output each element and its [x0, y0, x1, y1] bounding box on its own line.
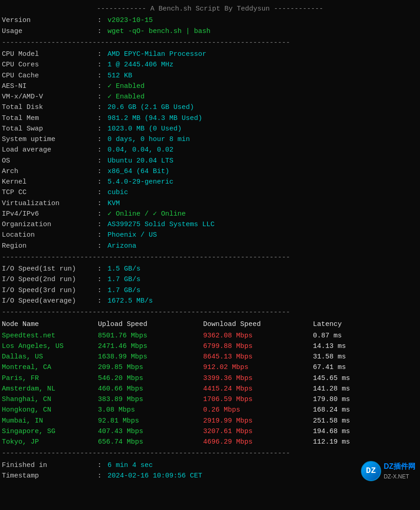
- timestamp-value: 2024-02-16 10:09:56 CET: [108, 471, 202, 481]
- net-latency: 145.65 ms: [313, 373, 368, 384]
- sysinfo-row: Location : Phoenix / US: [2, 230, 418, 240]
- net-upload: 383.89 Mbps: [98, 394, 203, 405]
- io-label: I/O Speed(2nd run): [2, 274, 93, 285]
- net-download: 4696.29 Mbps: [203, 437, 313, 447]
- net-upload: 1638.99 Mbps: [98, 352, 203, 362]
- net-node: Paris, FR: [2, 373, 98, 384]
- io-label: I/O Speed(3rd run): [2, 285, 93, 296]
- sysinfo-row: System uptime : 0 days, 0 hour 8 min: [2, 134, 418, 145]
- logo-domain: DZ-X.NET: [384, 472, 415, 481]
- net-node: Dallas, US: [2, 352, 98, 362]
- net-latency: 168.24 ms: [313, 405, 368, 415]
- logo-box: DZ DZ插件网 DZ-X.NET: [361, 461, 418, 481]
- io-value: 1.7 GB/s: [108, 285, 140, 296]
- io-row: I/O Speed(2nd run) : 1.7 GB/s: [2, 274, 418, 285]
- field-label: TCP CC: [2, 187, 93, 198]
- sysinfo-row: Arch : x86_64 (64 Bit): [2, 166, 418, 177]
- field-value: ✓ Online / ✓ Online: [108, 209, 186, 219]
- field-value: AS399275 Solid Systems LLC: [108, 219, 215, 230]
- net-download: 2919.99 Mbps: [203, 416, 313, 426]
- sysinfo-row: Kernel : 5.4.0-29-generic: [2, 177, 418, 187]
- network-row: Singapore, SG407.43 Mbps3207.61 Mbps194.…: [2, 426, 418, 437]
- net-node: Montreal, CA: [2, 362, 98, 373]
- network-row: Paris, FR546.20 Mbps3399.36 Mbps145.65 m…: [2, 373, 418, 384]
- sysinfo-row: OS : Ubuntu 20.04 LTS: [2, 156, 418, 166]
- net-latency: 0.87 ms: [313, 331, 368, 341]
- logo-site-name: DZ插件网: [384, 461, 415, 472]
- field-value: ✓ Enabled: [108, 81, 145, 92]
- field-value: 0.04, 0.04, 0.02: [108, 145, 173, 155]
- field-label: System uptime: [2, 134, 93, 145]
- sysinfo-row: TCP CC : cubic: [2, 187, 418, 198]
- version-value: v2023-10-15: [108, 15, 153, 26]
- col-header-node: Node Name: [2, 319, 98, 330]
- timestamp-row: Timestamp : 2024-02-16 10:09:56 CET: [2, 471, 361, 481]
- net-node: Tokyo, JP: [2, 437, 98, 447]
- net-node: Speedtest.net: [2, 331, 98, 341]
- net-download: 9362.08 Mbps: [203, 331, 313, 341]
- sysinfo-row: Organization : AS399275 Solid Systems LL…: [2, 219, 418, 230]
- timestamp-label: Timestamp: [2, 471, 93, 481]
- sysinfo-row: CPU Cores : 1 @ 2445.406 MHz: [2, 60, 418, 70]
- net-upload: 460.66 Mbps: [98, 384, 203, 394]
- field-label: Total Mem: [2, 113, 93, 124]
- field-value: AMD EPYC-Milan Processor: [108, 49, 206, 60]
- field-value: 5.4.0-29-generic: [108, 177, 173, 187]
- network-row: Los Angeles, US2471.46 Mbps6799.88 Mbps1…: [2, 341, 418, 352]
- footer-left: Finished in : 6 min 4 sec Timestamp : 20…: [2, 460, 361, 482]
- field-value: Arizona: [108, 241, 136, 251]
- divider-3: ----------------------------------------…: [2, 306, 418, 319]
- sysinfo-row: Virtualization : KVM: [2, 198, 418, 209]
- sysinfo-row: IPv4/IPv6 : ✓ Online / ✓ Online: [2, 209, 418, 219]
- net-download: 912.02 Mbps: [203, 362, 313, 373]
- network-row: Amsterdam, NL460.66 Mbps4415.24 Mbps141.…: [2, 384, 418, 394]
- field-label: Region: [2, 241, 93, 251]
- field-value: KVM: [108, 198, 120, 209]
- sysinfo-row: AES-NI : ✓ Enabled: [2, 81, 418, 92]
- title-text: ------------ A Bench.sh Script By Teddys…: [97, 5, 323, 13]
- io-section: I/O Speed(1st run) : 1.5 GB/sI/O Speed(2…: [2, 264, 418, 306]
- field-label: CPU Cores: [2, 60, 93, 70]
- io-value: 1672.5 MB/s: [108, 296, 153, 306]
- net-upload: 546.20 Mbps: [98, 373, 203, 384]
- sysinfo-row: Load average : 0.04, 0.04, 0.02: [2, 145, 418, 155]
- net-node: Amsterdam, NL: [2, 384, 98, 394]
- net-upload: 8501.76 Mbps: [98, 331, 203, 341]
- finished-value: 6 min 4 sec: [108, 460, 153, 471]
- net-latency: 251.58 ms: [313, 416, 368, 426]
- net-download: 3399.36 Mbps: [203, 373, 313, 384]
- net-node: Los Angeles, US: [2, 341, 98, 352]
- usage-label: Usage: [2, 26, 93, 37]
- network-header: Node Name Upload Speed Download Speed La…: [2, 319, 418, 330]
- field-value: Phoenix / US: [108, 230, 157, 240]
- field-label: Kernel: [2, 177, 93, 187]
- sysinfo-row: CPU Model : AMD EPYC-Milan Processor: [2, 49, 418, 60]
- net-latency: 141.28 ms: [313, 384, 368, 394]
- field-label: Total Swap: [2, 124, 93, 134]
- net-latency: 31.58 ms: [313, 352, 368, 362]
- io-value: 1.5 GB/s: [108, 264, 140, 274]
- field-value: 981.2 MB (94.3 MB Used): [108, 113, 202, 124]
- network-section: Speedtest.net8501.76 Mbps9362.08 Mbps0.8…: [2, 331, 418, 448]
- sysinfo-row: CPU Cache : 512 KB: [2, 71, 418, 81]
- field-label: Load average: [2, 145, 93, 155]
- network-row: Tokyo, JP656.74 Mbps4696.29 Mbps112.19 m…: [2, 437, 418, 447]
- field-value: 512 KB: [108, 71, 132, 81]
- net-upload: 92.81 Mbps: [98, 416, 203, 426]
- usage-row: Usage : wget -qO- bench.sh | bash: [2, 26, 418, 37]
- field-value: x86_64 (64 Bit): [108, 166, 169, 177]
- divider-1: ----------------------------------------…: [2, 37, 418, 49]
- net-node: Singapore, SG: [2, 426, 98, 437]
- finished-label: Finished in: [2, 460, 93, 471]
- version-row: Version : v2023-10-15: [2, 15, 418, 26]
- col-header-latency: Latency: [313, 319, 368, 330]
- net-download: 3207.61 Mbps: [203, 426, 313, 437]
- net-download: 0.26 Mbps: [203, 405, 313, 415]
- logo-circle: DZ: [361, 461, 381, 481]
- field-label: VM-x/AMD-V: [2, 92, 93, 102]
- usage-value: wget -qO- bench.sh | bash: [108, 26, 210, 37]
- network-row: Speedtest.net8501.76 Mbps9362.08 Mbps0.8…: [2, 331, 418, 341]
- io-label: I/O Speed(1st run): [2, 264, 93, 274]
- col-header-upload: Upload Speed: [98, 319, 203, 330]
- net-latency: 194.68 ms: [313, 426, 368, 437]
